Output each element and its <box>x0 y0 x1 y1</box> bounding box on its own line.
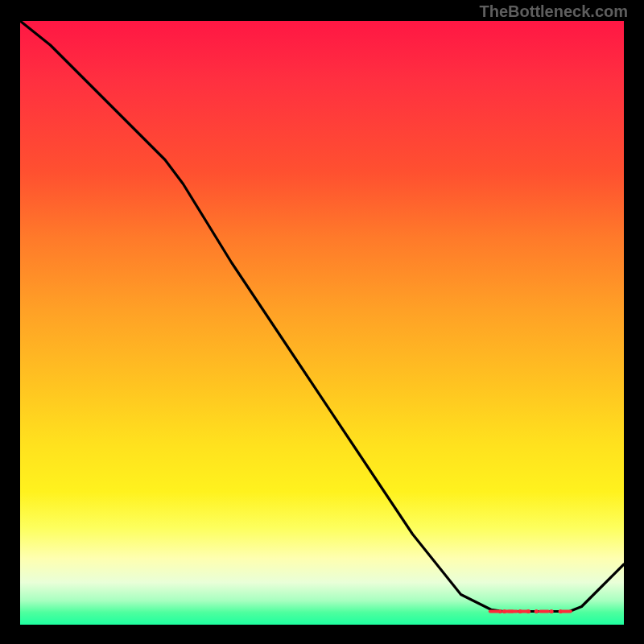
chart-svg <box>20 21 624 625</box>
curve-line <box>20 21 624 612</box>
marker-dot <box>535 609 539 613</box>
marker-dot <box>498 609 502 613</box>
marker-dot <box>526 609 530 613</box>
chart-container: TheBottleneck.com <box>0 0 644 644</box>
bottom-markers <box>490 609 571 613</box>
attribution-text: TheBottleneck.com <box>480 2 628 21</box>
marker-dot <box>549 609 553 613</box>
plot-area <box>20 21 624 625</box>
